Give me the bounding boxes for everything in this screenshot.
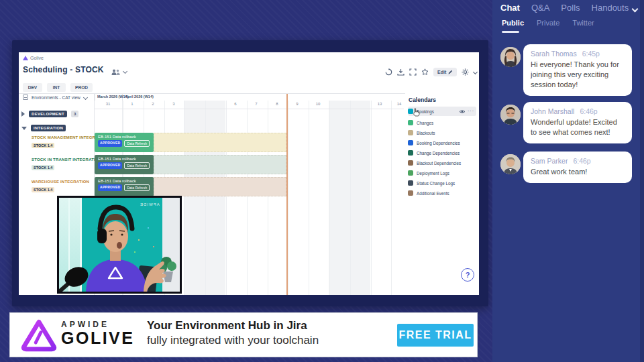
expand-arrow-icon[interactable] — [21, 127, 27, 130]
chat-bubble: Sam Parker6:46p Great work team! — [523, 152, 632, 183]
calendar-item-bookings[interactable]: Bookings ··· — [408, 107, 476, 116]
group-badge: DEVELOPMENT — [29, 111, 67, 117]
presenter-person — [59, 198, 180, 292]
group-row-integration[interactable]: INTEGRATION — [21, 125, 66, 131]
chat-bubble: John Marshall6:46p Wonderful update! Exc… — [523, 102, 632, 143]
pencil-icon — [448, 70, 453, 74]
chat-bubble: Sarah Thomas6:45p Hi everyone! Thank you… — [523, 44, 632, 96]
status-badge: APPROVED — [98, 184, 122, 191]
gear-icon[interactable] — [462, 68, 469, 76]
calendars-title: Calendars — [409, 97, 436, 103]
webinar-page: Golive Scheduling - STOCK — [0, 0, 644, 362]
calendar-item-blackouts[interactable]: Blackouts — [408, 128, 476, 137]
more-options-icon[interactable]: ··· — [468, 110, 474, 113]
brand-golive: GOLIVE — [61, 330, 134, 347]
environments-view-label: Environments - CAT view — [32, 95, 80, 100]
avatar — [500, 105, 521, 125]
golive-triangle-icon — [23, 56, 28, 60]
webcam-video: APWIDE — [57, 196, 182, 294]
calendars-panel: Calendars Bookings ··· — [405, 93, 479, 295]
brand-apwide: APWIDE — [61, 320, 134, 329]
environments-view-dropdown[interactable]: Environments - CAT view — [23, 95, 87, 100]
message-author: Sarah Thomas — [531, 50, 577, 58]
active-subtab-underline — [502, 31, 519, 33]
calendar-color-icon — [408, 140, 413, 145]
tab-polls[interactable]: Polls — [561, 3, 580, 13]
fullscreen-icon[interactable] — [409, 68, 417, 76]
env-button-int[interactable]: INT — [47, 83, 66, 92]
today-marker-line — [286, 94, 288, 295]
message-text: Great work team! — [531, 167, 625, 177]
hand-cursor-icon — [412, 108, 420, 117]
apwide-logo-icon — [19, 318, 58, 353]
collapse-arrow-icon[interactable] — [21, 111, 25, 117]
booking-title: EB-151 Data rollback — [98, 179, 150, 183]
tag-badge: Data Refresh — [124, 162, 149, 169]
message-author: Sam Parker — [531, 157, 568, 165]
message-author: John Marshall — [531, 107, 574, 115]
gantt-bar-booking[interactable]: EB-151 Data rollback APPROVED Data Refre… — [95, 177, 154, 196]
chat-collapse-chevron-icon[interactable] — [632, 6, 639, 13]
help-button[interactable]: ? — [461, 268, 474, 282]
gear-chevron-down-icon[interactable] — [473, 70, 478, 74]
tab-chat[interactable]: Chat — [500, 3, 520, 13]
tab-handouts[interactable]: Handouts — [592, 3, 629, 13]
group-row-development[interactable]: DEVELOPMENT 3 — [21, 111, 78, 117]
row-band — [154, 155, 286, 174]
calendar-color-icon — [408, 160, 413, 166]
chat-scrollbar[interactable] — [640, 0, 644, 362]
month-header-march: March 2026 (W14) — [97, 95, 128, 99]
calendar-item-blackout-dependencies[interactable]: Blackout Dependencies — [408, 158, 476, 168]
calendar-color-icon — [408, 130, 413, 135]
subtab-twitter[interactable]: Twitter — [572, 19, 594, 27]
avatar — [500, 47, 521, 67]
download-icon[interactable] — [397, 68, 405, 76]
booking-title: EB-151 Data rollback — [98, 157, 150, 161]
title-chevron-down-icon[interactable] — [123, 69, 127, 74]
eye-icon[interactable] — [459, 109, 466, 114]
month-header-april: April 2026 (W14) — [125, 95, 154, 99]
version-badge: STOCK 1.4 — [32, 143, 54, 148]
tag-badge: Data Refresh — [124, 184, 149, 191]
free-trial-button[interactable]: FREE TRIAL — [397, 324, 474, 347]
refresh-icon[interactable] — [385, 68, 392, 76]
people-icon[interactable] — [111, 69, 120, 75]
tab-qa[interactable]: Q&A — [531, 3, 549, 13]
message-text: Hi everyone! Thank you for joining this … — [531, 60, 625, 90]
day-header: 31 — [101, 102, 115, 106]
avatar — [500, 154, 521, 174]
gantt-bar-booking[interactable]: EB-151 Data rollback APPROVED Data Refre… — [95, 155, 154, 174]
tag-badge: Data Refresh — [124, 140, 149, 147]
calendar-item-changes[interactable]: Changes — [408, 118, 476, 127]
page-title: Scheduling - STOCK — [23, 65, 104, 74]
app-toolbar: Edit — [385, 68, 477, 76]
calendar-item-deployment-logs[interactable]: Deployment Logs — [408, 168, 476, 178]
edit-button[interactable]: Edit — [433, 68, 457, 76]
status-badge: APPROVED — [98, 140, 122, 147]
version-badge: STOCK 1.4 — [32, 187, 54, 192]
gantt-bar-booking[interactable]: EB-151 Data rollback APPROVED Data Refre… — [95, 133, 154, 152]
calendar-item-additional-events[interactable]: Additional Events — [408, 188, 476, 198]
star-icon[interactable] — [421, 68, 429, 76]
calendar-item-change-dependencies[interactable]: Change Dependencies — [408, 148, 476, 158]
brand-text: APWIDE GOLIVE — [61, 320, 134, 347]
calendar-color-icon — [408, 180, 413, 186]
message-time: 6:45p — [582, 50, 600, 58]
calendar-color-icon — [408, 150, 413, 156]
collapse-all-icon[interactable] — [23, 95, 28, 100]
env-button-prod[interactable]: PROD — [70, 83, 93, 92]
golive-logo: Golive — [23, 56, 44, 60]
calendar-item-booking-dependencies[interactable]: Booking Dependencies — [408, 138, 476, 147]
row-band — [154, 177, 286, 196]
sponsor-banner[interactable]: APWIDE GOLIVE Your Environment Hub in Ji… — [9, 312, 478, 357]
env-row-label: WAREHOUSE INTEGRATION — [32, 180, 89, 184]
calendar-color-icon — [408, 170, 413, 176]
subtab-private[interactable]: Private — [537, 19, 559, 27]
booking-title: EB-151 Data rollback — [98, 135, 150, 139]
env-button-dev[interactable]: DEV — [23, 83, 42, 92]
subtab-public[interactable]: Public — [502, 19, 524, 27]
calendar-item-status-change-logs[interactable]: Status Change Logs — [408, 178, 476, 188]
row-band — [154, 133, 286, 152]
banner-headline: Your Environment Hub in Jira — [147, 319, 307, 333]
message-text: Wonderful update! Excited to see what co… — [531, 117, 625, 137]
